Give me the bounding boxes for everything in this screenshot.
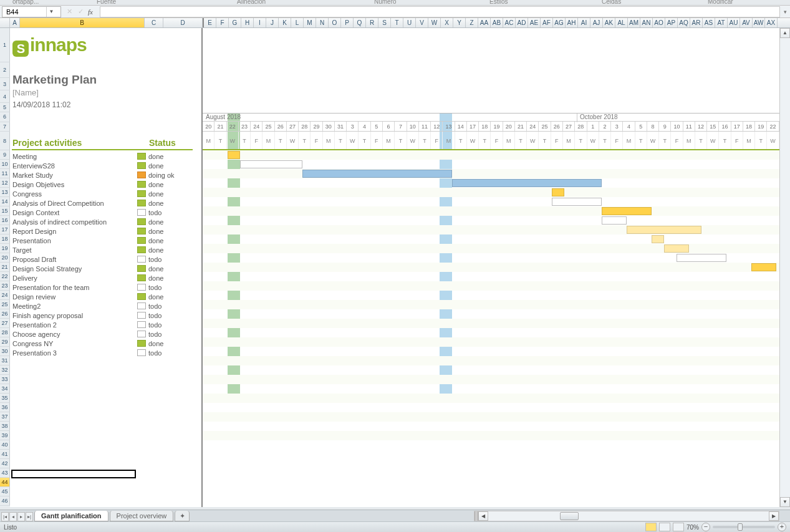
col-header-X[interactable]: X [441,18,453,27]
col-header-O[interactable]: O [329,18,341,27]
col-header-AH[interactable]: AH [566,18,578,27]
gantt-bar[interactable] [751,263,776,271]
activity-row[interactable]: Design Objetivesdone [12,180,196,189]
row-header-13[interactable]: 13 [0,188,10,197]
activity-row[interactable]: Design Contexttodo [12,208,196,217]
col-header-Q[interactable]: Q [354,18,366,27]
row-header-43[interactable]: 43 [0,468,10,478]
scroll-left-icon[interactable]: ◀ [478,511,488,521]
col-header-AK[interactable]: AK [603,18,615,27]
row-header-17[interactable]: 17 [0,225,10,235]
col-header-F[interactable]: F [216,18,229,27]
row-header-44[interactable]: 44 [0,478,10,487]
row-header-23[interactable]: 23 [0,281,10,291]
row-header-1[interactable]: 1 [0,28,10,62]
activity-row[interactable]: Presentationdone [12,236,196,245]
col-header-Y[interactable]: Y [453,18,466,27]
col-header-N[interactable]: N [316,18,329,27]
col-header-Z[interactable]: Z [466,18,478,27]
activity-row[interactable]: Targetdone [12,245,196,254]
gantt-bar[interactable] [552,188,564,196]
col-header-AU[interactable]: AU [728,18,740,27]
zoom-percent[interactable]: 70% [686,524,699,531]
activity-row[interactable]: Design reviewdone [12,292,196,301]
col-header-E[interactable]: E [204,18,216,27]
col-header-AL[interactable]: AL [615,18,628,27]
formula-input[interactable] [100,6,780,17]
row-header-34[interactable]: 34 [0,384,10,394]
fx-icon[interactable]: fx [86,8,97,16]
col-header-AB[interactable]: AB [491,18,503,27]
row-header-26[interactable]: 26 [0,309,10,319]
row-header-30[interactable]: 30 [0,347,10,356]
vertical-scrollbar[interactable]: ▲ ▼ [779,28,790,507]
col-header-AQ[interactable]: AQ [678,18,690,27]
gantt-bar[interactable] [652,235,664,243]
activity-row[interactable]: Congress NYdone [12,339,196,348]
activity-row[interactable]: Choose agencytodo [12,329,196,339]
col-header-AC[interactable]: AC [503,18,516,27]
row-header-29[interactable]: 29 [0,337,10,347]
col-header-AS[interactable]: AS [703,18,715,27]
col-header-C[interactable]: C [145,18,163,27]
col-header-J[interactable]: J [266,18,279,27]
tab-first-icon[interactable]: |◂ [1,512,9,521]
hscroll-thumb[interactable] [560,512,579,520]
col-header-AG[interactable]: AG [553,18,566,27]
gantt-bar[interactable] [228,151,240,159]
col-header-AM[interactable]: AM [628,18,640,27]
col-header-AX[interactable]: AX [765,18,778,27]
col-header-W[interactable]: W [428,18,441,27]
row-header-11[interactable]: 11 [0,169,10,178]
row-header-21[interactable]: 21 [0,263,10,272]
col-header-AW[interactable]: AW [753,18,765,27]
row-header-27[interactable]: 27 [0,319,10,328]
row-header-18[interactable]: 18 [0,235,10,244]
col-header-R[interactable]: R [366,18,378,27]
activity-row[interactable]: Market Studydoing ok [12,170,196,180]
row-header-46[interactable]: 46 [0,496,10,506]
col-header-AJ[interactable]: AJ [590,18,603,27]
col-header-H[interactable]: H [241,18,254,27]
gantt-bar[interactable] [664,244,689,253]
col-header-AO[interactable]: AO [653,18,665,27]
gantt-bar[interactable] [552,198,602,206]
view-normal-icon[interactable] [645,523,657,531]
gantt-bar[interactable] [302,170,452,178]
row-header-39[interactable]: 39 [0,431,10,440]
zoom-thumb[interactable] [738,523,743,531]
view-pagebreak-icon[interactable] [673,523,684,531]
tab-gantt[interactable]: Gantt planification [34,511,108,521]
tab-next-icon[interactable]: ▸ [17,512,25,521]
zoom-in-button[interactable]: + [778,523,786,531]
gantt-bar[interactable] [627,226,701,234]
row-header-19[interactable]: 19 [0,244,10,253]
activity-row[interactable]: Presentation 3todo [12,348,196,357]
col-header-S[interactable]: S [378,18,391,27]
col-header-G[interactable]: G [229,18,241,27]
row-header-35[interactable]: 35 [0,394,10,403]
col-header-AV[interactable]: AV [740,18,753,27]
col-header-AR[interactable]: AR [690,18,703,27]
tab-overview[interactable]: Project overview [110,511,174,521]
activity-row[interactable]: Analysis of indirect competitiondone [12,217,196,226]
row-header-45[interactable]: 45 [0,487,10,496]
activity-row[interactable]: Presentation 2todo [12,320,196,329]
row-header-31[interactable]: 31 [0,356,10,365]
activity-row[interactable]: Deliverydone [12,273,196,283]
row-header-38[interactable]: 38 [0,422,10,431]
name-box-dropdown[interactable]: ▼ [46,7,56,17]
col-header-B[interactable]: B [20,18,145,27]
gantt-pane[interactable]: August 2018 October 2018 202122232425262… [203,28,779,507]
view-layout-icon[interactable] [659,523,670,531]
activity-row[interactable]: Design Social Strategydone [12,264,196,273]
activity-row[interactable]: Meetingdone [12,152,196,161]
row-header-33[interactable]: 33 [0,375,10,384]
activity-row[interactable]: Congressdone [12,189,196,198]
row-header-16[interactable]: 16 [0,216,10,225]
col-header-AP[interactable]: AP [665,18,678,27]
activity-row[interactable]: Finish agency proposaltodo [12,311,196,320]
row-header-8[interactable]: 8 [0,132,10,150]
row-header-3[interactable]: 3 [0,78,10,90]
row-header-14[interactable]: 14 [0,197,10,206]
